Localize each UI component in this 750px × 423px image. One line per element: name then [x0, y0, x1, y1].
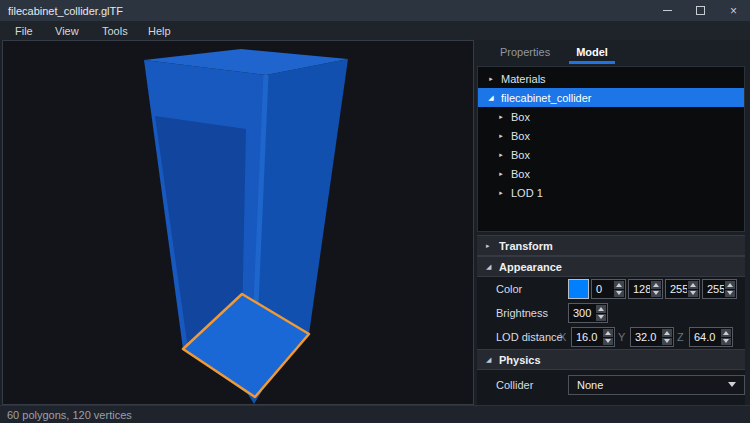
collapse-arrow-icon[interactable]: ▸: [496, 132, 506, 140]
color-swatch[interactable]: [568, 279, 589, 299]
tree-item-box-2[interactable]: ▸ Box: [478, 126, 744, 145]
section-transform[interactable]: ▸ Transform: [477, 235, 745, 256]
brightness-spinner[interactable]: 300: [568, 303, 608, 323]
tree-item-lod-1[interactable]: ▸ LOD 1: [478, 183, 744, 202]
spin-up-icon[interactable]: [662, 329, 672, 337]
window-title: filecabinet_collider.glTF: [0, 5, 123, 17]
spin-up-icon[interactable]: [614, 281, 624, 289]
tab-model[interactable]: Model: [569, 42, 615, 64]
spin-up-icon[interactable]: [725, 281, 735, 289]
spin-down-icon[interactable]: [596, 314, 606, 322]
lod-distance-row: LOD distance X 16.0 Y 32.0: [477, 325, 745, 349]
color-a-spinner[interactable]: 255: [702, 279, 737, 299]
maximize-icon: [696, 6, 705, 15]
brightness-row: Brightness 300: [477, 301, 745, 325]
menu-bar: File View Tools Help: [0, 21, 750, 40]
menu-tools[interactable]: Tools: [102, 25, 148, 37]
close-button[interactable]: ×: [717, 0, 750, 21]
maximize-button[interactable]: [684, 0, 717, 21]
collider-row: Collider None: [477, 370, 745, 394]
lod-z-spinner[interactable]: 64.0: [689, 327, 733, 347]
panel-tabs: Properties Model: [477, 40, 745, 64]
x-axis-label: X: [559, 331, 571, 343]
spin-down-icon[interactable]: [662, 338, 672, 346]
tree-item-box-3[interactable]: ▸ Box: [478, 145, 744, 164]
collider-label: Collider: [496, 379, 568, 391]
tree-item-materials[interactable]: ▸ Materials: [478, 69, 744, 88]
spin-up-icon[interactable]: [688, 281, 698, 289]
minimize-button[interactable]: [651, 0, 684, 21]
spin-down-icon[interactable]: [614, 290, 624, 298]
color-r-spinner[interactable]: 0: [591, 279, 626, 299]
window-controls: ×: [651, 0, 750, 21]
color-label: Color: [496, 283, 568, 295]
spin-down-icon[interactable]: [688, 290, 698, 298]
expand-arrow-icon: ◢: [486, 356, 499, 364]
collider-dropdown[interactable]: None: [568, 375, 745, 395]
lod-distance-label: LOD distance: [496, 331, 568, 343]
expand-arrow-icon[interactable]: ◢: [486, 94, 496, 102]
status-bar: 60 polygons, 120 vertices: [0, 405, 750, 423]
tree-item-box-1[interactable]: ▸ Box: [478, 107, 744, 126]
model-render: [3, 41, 473, 404]
tree-item-filecabinet-collider[interactable]: ◢ filecabinet_collider: [478, 88, 744, 107]
color-b-spinner[interactable]: 255: [665, 279, 700, 299]
close-icon: ×: [730, 4, 737, 18]
viewport-3d[interactable]: [2, 40, 474, 405]
menu-file[interactable]: File: [15, 25, 55, 37]
physics-properties: Collider None: [477, 370, 745, 405]
z-axis-label: Z: [677, 331, 689, 343]
app-window: filecabinet_collider.glTF × File View To…: [0, 0, 750, 423]
spin-up-icon[interactable]: [596, 305, 606, 313]
section-appearance[interactable]: ◢ Appearance: [477, 256, 745, 277]
spin-down-icon[interactable]: [725, 290, 735, 298]
spin-down-icon[interactable]: [603, 338, 613, 346]
collapse-arrow-icon[interactable]: ▸: [496, 151, 506, 159]
color-row: Color 0 128: [477, 277, 745, 301]
menu-help[interactable]: Help: [148, 25, 178, 37]
collapse-arrow-icon[interactable]: ▸: [496, 170, 506, 178]
spin-up-icon[interactable]: [603, 329, 613, 337]
lod-y-spinner[interactable]: 32.0: [630, 327, 674, 347]
scene-tree: ▸ Materials ◢ filecabinet_collider ▸ Box…: [477, 66, 745, 232]
collapse-arrow-icon[interactable]: ▸: [496, 113, 506, 121]
collapse-arrow-icon: ▸: [486, 242, 499, 250]
brightness-label: Brightness: [496, 307, 568, 319]
title-bar: filecabinet_collider.glTF ×: [0, 0, 750, 21]
expand-arrow-icon: ◢: [486, 263, 499, 271]
lod-x-spinner[interactable]: 16.0: [571, 327, 615, 347]
collapse-arrow-icon[interactable]: ▸: [496, 189, 506, 197]
main-content: Properties Model ▸ Materials ◢ filecabin…: [0, 40, 750, 405]
spin-down-icon[interactable]: [721, 338, 731, 346]
tab-properties[interactable]: Properties: [493, 42, 557, 64]
section-physics[interactable]: ◢ Physics: [477, 349, 745, 370]
minimize-icon: [663, 10, 672, 11]
y-axis-label: Y: [618, 331, 630, 343]
spin-down-icon[interactable]: [651, 290, 661, 298]
collapse-arrow-icon[interactable]: ▸: [486, 75, 496, 83]
spin-up-icon[interactable]: [721, 329, 731, 337]
appearance-properties: Color 0 128: [477, 277, 745, 349]
properties-panel: Properties Model ▸ Materials ◢ filecabin…: [474, 40, 750, 405]
spin-up-icon[interactable]: [651, 281, 661, 289]
menu-view[interactable]: View: [55, 25, 102, 37]
tree-item-box-4[interactable]: ▸ Box: [478, 164, 744, 183]
polygon-count: 60 polygons, 120 vertices: [7, 409, 132, 421]
color-g-spinner[interactable]: 128: [628, 279, 663, 299]
chevron-down-icon: [728, 382, 736, 387]
